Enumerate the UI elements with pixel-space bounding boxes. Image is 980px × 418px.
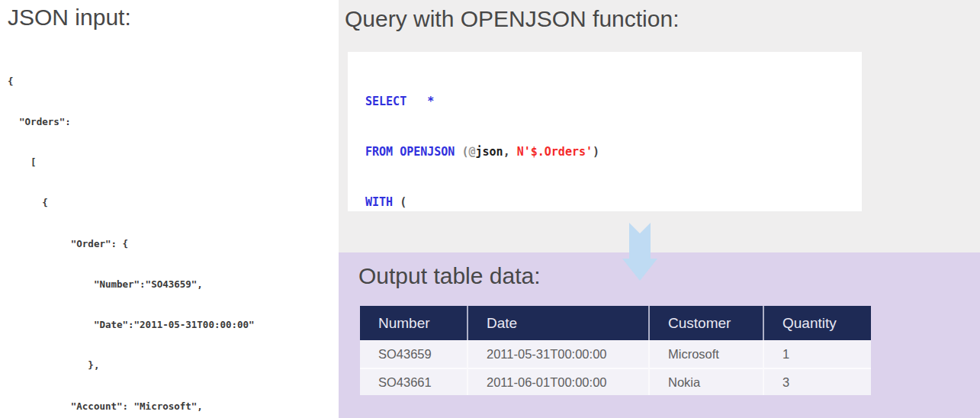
json-line: [ [8,156,255,169]
sql-variable: json [476,145,503,159]
sql-paren: ( [400,195,406,209]
json-line: { [8,196,255,210]
sql-keyword: FROM OPENJSON [365,145,461,159]
down-arrow-icon [621,222,659,281]
cell-date: 2011-06-01T00:00:00 [467,368,648,395]
json-line: "Date":"2011-05-31T00:00:00" [8,318,255,332]
json-input-code: { "Orders": [ { "Order": { "Number":"SO4… [8,47,255,418]
table-row: SO43661 2011-06-01T00:00:00 Nokia 3 [360,368,871,395]
json-line: "Order": { [8,237,255,251]
query-title: Query with OPENJSON function: [345,6,680,32]
sql-paren: ) [593,145,599,159]
cell-number: SO43661 [360,368,467,395]
json-line: { [8,75,255,88]
cell-date: 2011-05-31T00:00:00 [467,340,648,368]
sql-with-line: WITH ( [365,191,862,214]
cell-quantity: 1 [763,340,871,368]
sql-keyword: WITH [365,195,400,209]
output-title: Output table data: [358,263,541,289]
column-header-customer: Customer [648,306,763,340]
sql-comma: , [503,145,517,159]
json-line: "Number":"SO43659", [8,278,255,291]
cell-number: SO43659 [360,340,467,368]
output-table: Number Date Customer Quantity SO43659 20… [360,306,871,395]
sql-code-box: SELECT * FROM OPENJSON (@json, N'$.Order… [348,52,862,211]
json-line: "Orders": [8,115,255,129]
table-row: SO43659 2011-05-31T00:00:00 Microsoft 1 [360,340,871,368]
column-header-number: Number [360,306,467,340]
cell-quantity: 3 [763,368,871,395]
cell-customer: Nokia [648,368,763,395]
output-section: Output table data: Number Date Customer … [339,252,980,418]
query-section: Query with OPENJSON function: SELECT * F… [339,0,980,252]
json-line: "Account": "Microsoft", [8,400,255,413]
sql-keyword: SELECT * [365,95,434,108]
sql-json-path: N'$.Orders' [517,145,593,159]
cell-customer: Microsoft [648,340,763,368]
column-header-date: Date [467,306,648,340]
sql-from-line: FROM OPENJSON (@json, N'$.Orders') [365,140,862,163]
column-header-quantity: Quantity [763,306,871,340]
json-line: }, [8,359,255,372]
sql-select-line: SELECT * [365,90,862,113]
sql-at-sign: @ [468,145,475,159]
json-input-title: JSON input: [8,5,131,31]
table-header-row: Number Date Customer Quantity [360,306,871,340]
json-input-section: JSON input: { "Orders": [ { "Order": { "… [0,0,339,418]
